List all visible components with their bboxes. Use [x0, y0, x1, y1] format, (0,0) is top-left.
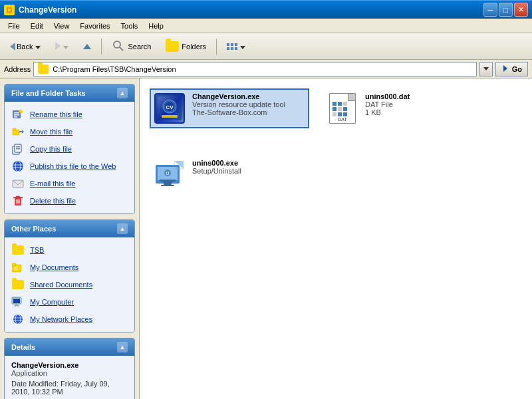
- uninsexe-name: unins000.exe: [192, 159, 305, 167]
- svg-rect-2: [8, 9, 11, 11]
- svg-rect-45: [162, 115, 178, 118]
- tsb-folder-icon: [11, 243, 25, 257]
- svg-marker-5: [503, 65, 507, 72]
- svg-rect-49: [164, 182, 172, 185]
- rename-icon: [11, 108, 25, 121]
- address-bar: Address C:\Program Files\TSB\ChangeVersi…: [0, 60, 532, 78]
- folders-button[interactable]: Folders: [160, 37, 212, 57]
- menu-file[interactable]: File: [3, 21, 25, 31]
- file-item-uninsdat[interactable]: DAT unins000.dat DAT File 1 KB: [323, 88, 482, 128]
- task-move[interactable]: Move this file: [5, 123, 134, 140]
- uninsdat-desc: DAT File: [365, 100, 478, 108]
- search-icon: [112, 39, 125, 54]
- go-arrow-icon: [501, 65, 509, 74]
- file-tasks-collapse-button[interactable]: ▲: [117, 88, 128, 98]
- details-header[interactable]: Details ▲: [5, 338, 134, 356]
- maximize-button[interactable]: □: [499, 3, 513, 17]
- address-label: Address: [4, 65, 31, 73]
- menu-tools[interactable]: Tools: [116, 21, 144, 31]
- file-tasks-header[interactable]: File and Folder Tasks ▲: [5, 84, 134, 102]
- details-filename: ChangeVersion.exe: [11, 361, 128, 369]
- network-icon: [11, 313, 25, 326]
- address-dropdown-button[interactable]: [479, 62, 493, 76]
- title-bar: ChangeVersion ─ □ ✕: [0, 0, 532, 19]
- other-tsb-label: TSB: [30, 246, 44, 254]
- toolbar: Back Search Folders: [0, 33, 532, 60]
- other-tsb[interactable]: TSB: [5, 241, 134, 259]
- back-button[interactable]: Back: [4, 37, 47, 57]
- other-mydocs[interactable]: My Documents: [5, 259, 134, 276]
- svg-point-18: [13, 161, 23, 172]
- svg-rect-8: [14, 114, 19, 116]
- svg-text:U: U: [166, 171, 169, 176]
- svg-rect-12: [13, 128, 16, 130]
- file-tasks-title: File and Folder Tasks: [11, 89, 86, 97]
- task-publish[interactable]: Publish this file to the Web: [5, 158, 134, 175]
- other-shareddocs-label: Shared Documents: [30, 281, 92, 289]
- details-collapse-button[interactable]: ▲: [117, 342, 128, 352]
- menu-edit[interactable]: Edit: [25, 21, 49, 31]
- other-places-section: Other Places ▲ TSB: [4, 219, 135, 332]
- menu-favorites[interactable]: Favorites: [74, 21, 115, 31]
- svg-rect-48: [160, 180, 176, 182]
- back-dropdown-icon[interactable]: [35, 43, 41, 51]
- details-date-modified: Date Modified: Friday, July 09, 2010, 10…: [11, 380, 128, 396]
- file-item-uninsexe[interactable]: U unins000.exe Setup/Uninstall: [150, 155, 309, 195]
- right-panel: CV ChangeVersion.exe Version resource up…: [140, 78, 532, 399]
- task-email[interactable]: E-mail this file: [5, 175, 134, 192]
- go-button[interactable]: Go: [495, 62, 528, 76]
- menu-view[interactable]: View: [49, 21, 75, 31]
- back-arrow-icon: [10, 43, 15, 51]
- address-path: C:\Program Files\TSB\ChangeVersion: [53, 65, 176, 73]
- mycomp-icon: [11, 295, 25, 309]
- menu-help[interactable]: Help: [143, 21, 169, 31]
- other-places-collapse-button[interactable]: ▲: [117, 223, 128, 234]
- task-delete[interactable]: Delete this file: [5, 192, 134, 209]
- move-icon: [11, 125, 25, 138]
- details-body: ChangeVersion.exe Application Date Modif…: [5, 356, 134, 399]
- svg-text:CV: CV: [166, 104, 174, 110]
- file-tasks-section: File and Folder Tasks ▲ Rename this: [4, 84, 135, 214]
- left-panel: File and Folder Tasks ▲ Rename this: [0, 78, 140, 399]
- changeversion-extra: The-Software-Box.com: [192, 108, 305, 116]
- address-input[interactable]: C:\Program Files\TSB\ChangeVersion: [33, 62, 476, 76]
- toolbar-separator-1: [101, 39, 102, 55]
- go-label: Go: [512, 65, 522, 73]
- other-network[interactable]: My Network Places: [5, 311, 134, 328]
- task-rename[interactable]: Rename this file: [5, 106, 134, 123]
- minimize-button[interactable]: ─: [483, 3, 497, 17]
- task-email-label: E-mail this file: [30, 180, 75, 188]
- views-button[interactable]: [221, 37, 251, 57]
- changeversion-desc: Version resource update tool: [192, 100, 305, 108]
- views-dropdown-icon[interactable]: [240, 43, 245, 51]
- uninsexe-icon: U: [154, 159, 186, 191]
- uninsdat-size: 1 KB: [365, 108, 478, 116]
- other-mycomp[interactable]: My Computer: [5, 293, 134, 311]
- svg-marker-13: [19, 130, 24, 134]
- svg-point-3: [114, 41, 120, 48]
- other-shareddocs[interactable]: Shared Documents: [5, 276, 134, 293]
- uninsdat-icon: DAT: [327, 92, 358, 124]
- file-item-changeversion[interactable]: CV ChangeVersion.exe Version resource up…: [150, 88, 309, 128]
- forward-dropdown-icon[interactable]: [63, 43, 68, 51]
- svg-rect-34: [13, 299, 20, 303]
- task-move-label: Move this file: [30, 128, 72, 136]
- up-button[interactable]: [77, 37, 97, 57]
- other-places-title: Other Places: [11, 225, 56, 233]
- close-button[interactable]: ✕: [514, 3, 528, 17]
- details-title: Details: [11, 343, 35, 351]
- search-button[interactable]: Search: [106, 37, 157, 57]
- task-copy[interactable]: Copy this file: [5, 140, 134, 158]
- other-places-header[interactable]: Other Places ▲: [5, 220, 134, 237]
- other-network-label: My Network Places: [30, 315, 92, 323]
- changeversion-name: ChangeVersion.exe: [192, 92, 305, 100]
- svg-point-37: [13, 315, 23, 324]
- back-label: Back: [17, 43, 33, 51]
- views-icon: [227, 43, 237, 50]
- search-label: Search: [128, 43, 151, 51]
- svg-rect-50: [161, 185, 174, 186]
- svg-rect-16: [16, 146, 20, 148]
- other-places-body: TSB My Documents: [5, 237, 134, 332]
- menu-bar: File Edit View Favorites Tools Help: [0, 19, 532, 33]
- forward-button[interactable]: [49, 37, 74, 57]
